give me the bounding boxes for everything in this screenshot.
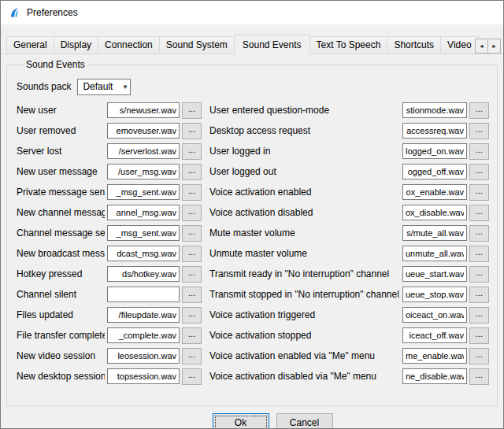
sound-file-input[interactable] — [107, 287, 180, 302]
browse-button[interactable]: ... — [469, 225, 489, 242]
sounds-pack-select[interactable]: Default ▾ — [77, 79, 131, 95]
sound-file-input[interactable] — [402, 123, 467, 139]
browse-button[interactable]: ... — [182, 143, 202, 160]
sound-file-input[interactable] — [402, 348, 467, 364]
sound-file-input[interactable] — [402, 307, 467, 323]
browse-button[interactable]: ... — [469, 368, 489, 385]
sound-file-input[interactable] — [402, 102, 467, 118]
sound-event-row: Transmit ready in "No interruption" chan… — [209, 264, 489, 284]
tab-sound-events[interactable]: Sound Events — [234, 35, 310, 54]
dialog-body: GeneralDisplayConnectionSound SystemSoun… — [1, 24, 503, 428]
sound-event-row: Voice activation disabled... — [209, 202, 489, 223]
sound-event-label: Unmute master volume — [209, 248, 400, 259]
sound-event-label: New broadcast message — [17, 248, 105, 259]
sound-event-label: User logged in — [209, 146, 400, 157]
browse-button[interactable]: ... — [469, 287, 489, 303]
browse-button[interactable]: ... — [182, 184, 202, 201]
sound-file-input[interactable] — [107, 266, 180, 282]
tab-bar: GeneralDisplayConnectionSound SystemSoun… — [1, 35, 503, 54]
sound-event-label: Voice activation enabled — [209, 187, 400, 198]
sound-event-label: New user — [17, 105, 105, 116]
cancel-button[interactable]: Cancel — [276, 413, 333, 428]
browse-button[interactable]: ... — [469, 307, 489, 324]
browse-button[interactable]: ... — [469, 246, 489, 262]
sound-event-label: User entered question-mode — [209, 105, 400, 116]
sound-file-input[interactable] — [107, 184, 180, 200]
sound-events-column-left: New user...User removed...Server lost...… — [17, 100, 202, 386]
browse-button[interactable]: ... — [469, 184, 489, 201]
tab-scroll-buttons: ◄ ► — [475, 39, 501, 54]
browse-button[interactable]: ... — [182, 307, 202, 324]
sound-event-label: Hotkey pressed — [17, 268, 105, 279]
sound-file-input[interactable] — [402, 205, 467, 220]
browse-button[interactable]: ... — [182, 327, 202, 344]
sound-file-input[interactable] — [107, 327, 180, 343]
browse-button[interactable]: ... — [469, 164, 489, 180]
tab-pane-sound-events: Sound Events Sounds pack Default ▾ New u… — [1, 54, 503, 428]
sound-event-row: Voice activation stopped... — [209, 325, 489, 346]
titlebar: Preferences — [1, 1, 503, 24]
sound-file-input[interactable] — [402, 287, 467, 302]
browse-button[interactable]: ... — [182, 123, 202, 139]
sound-file-input[interactable] — [402, 143, 467, 159]
browse-button[interactable]: ... — [182, 246, 202, 262]
sound-file-input[interactable] — [107, 225, 180, 241]
sound-event-row: Voice activation enabled via "Me" menu..… — [209, 346, 489, 366]
sound-event-label: Desktop access request — [209, 125, 400, 136]
sound-event-label: Transmit stopped in "No interruption" ch… — [209, 289, 400, 300]
browse-button[interactable]: ... — [469, 327, 489, 344]
tab-sound-system[interactable]: Sound System — [159, 36, 235, 54]
sound-file-input[interactable] — [402, 164, 467, 179]
browse-button[interactable]: ... — [182, 205, 202, 221]
sound-file-input[interactable] — [107, 368, 180, 384]
browse-button[interactable]: ... — [182, 287, 202, 303]
sound-event-label: Transmit ready in "No interruption" chan… — [209, 268, 400, 279]
browse-button[interactable]: ... — [469, 205, 489, 221]
sound-events-grid: New user...User removed...Server lost...… — [17, 100, 489, 386]
app-logo-icon — [8, 6, 20, 19]
browse-button[interactable]: ... — [182, 225, 202, 242]
sound-file-input[interactable] — [107, 205, 180, 220]
tab-scroll-left-button[interactable]: ◄ — [475, 39, 488, 54]
browse-button[interactable]: ... — [182, 102, 202, 119]
tab-display[interactable]: Display — [54, 36, 98, 54]
sounds-pack-value: Default — [83, 81, 113, 92]
browse-button[interactable]: ... — [469, 348, 489, 364]
browse-button[interactable]: ... — [182, 164, 202, 180]
tab-scroll-right-button[interactable]: ► — [487, 39, 501, 54]
sound-file-input[interactable] — [107, 307, 180, 323]
sound-file-input[interactable] — [107, 246, 180, 261]
browse-button[interactable]: ... — [469, 143, 489, 160]
browse-button[interactable]: ... — [469, 266, 489, 283]
tab-shortcuts[interactable]: Shortcuts — [387, 36, 441, 54]
sound-file-input[interactable] — [402, 266, 467, 282]
sound-file-input[interactable] — [107, 164, 180, 179]
sound-file-input[interactable] — [402, 246, 467, 261]
sound-event-row: Unmute master volume... — [209, 243, 489, 264]
sound-event-row: File transfer complete... — [17, 325, 202, 346]
sound-file-input[interactable] — [402, 327, 467, 343]
sound-event-row: Transmit stopped in "No interruption" ch… — [209, 284, 489, 305]
ok-button[interactable]: Ok — [213, 413, 269, 428]
tab-general[interactable]: General — [6, 36, 54, 54]
tab-connection[interactable]: Connection — [98, 36, 160, 54]
tab-video[interactable]: Video — [440, 36, 478, 54]
sound-event-label: Server lost — [17, 146, 105, 157]
sound-file-input[interactable] — [107, 102, 180, 118]
sound-event-row: Desktop access request... — [209, 120, 489, 141]
tab-text-to-speech[interactable]: Text To Speech — [309, 36, 388, 54]
sound-file-input[interactable] — [107, 143, 180, 159]
browse-button[interactable]: ... — [469, 102, 489, 119]
browse-button[interactable]: ... — [182, 266, 202, 283]
sound-file-input[interactable] — [402, 184, 467, 200]
browse-button[interactable]: ... — [182, 348, 202, 364]
sound-file-input[interactable] — [107, 123, 180, 139]
sound-event-row: Private message sent... — [17, 182, 202, 202]
sound-event-label: Voice activation stopped — [209, 330, 400, 341]
browse-button[interactable]: ... — [469, 123, 489, 139]
sound-file-input[interactable] — [107, 348, 180, 364]
browse-button[interactable]: ... — [182, 368, 202, 385]
sound-file-input[interactable] — [402, 368, 467, 384]
sound-file-input[interactable] — [402, 225, 467, 241]
tabs-row: GeneralDisplayConnectionSound SystemSoun… — [6, 35, 479, 54]
